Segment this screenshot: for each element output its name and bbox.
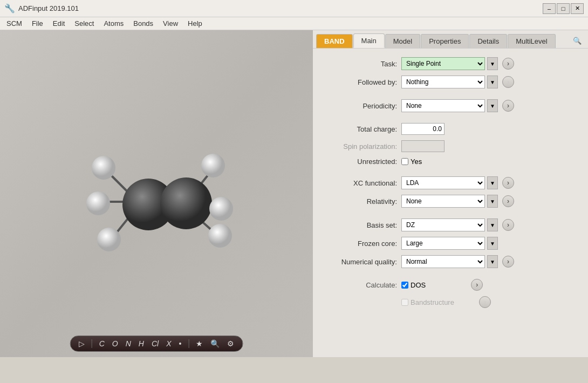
tab-multilevel[interactable]: MultiLevel <box>508 34 556 48</box>
tab-main[interactable]: Main <box>353 33 385 48</box>
search-button[interactable]: 🔍 <box>570 35 585 47</box>
menu-atoms[interactable]: Atoms <box>99 18 128 29</box>
spin-polarization-label: Spin polarization: <box>322 142 397 151</box>
task-label: Task: <box>322 60 397 68</box>
followed-by-control-group: Nothing Geometry Optimization ▼ › <box>401 76 579 88</box>
menu-edit[interactable]: Edit <box>49 18 69 29</box>
toolbar-cursor-icon[interactable]: ▷ <box>77 338 86 349</box>
minimize-button[interactable]: – <box>543 3 556 14</box>
relativity-row: Relativity: None Scalar Spin-Orbit ▼ › <box>322 195 579 208</box>
numerical-quality-dropdown-arrow[interactable]: ▼ <box>487 255 498 268</box>
spin-polarization-control-group <box>401 140 579 152</box>
xc-functional-nav-arrow[interactable]: › <box>502 177 514 189</box>
task-control-group: Single Point Geometry Optimization Frequ… <box>401 57 579 70</box>
toolbar-dot-icon[interactable]: • <box>177 338 183 349</box>
followed-by-row: Followed by: Nothing Geometry Optimizati… <box>322 76 579 88</box>
total-charge-control-group: 0.0 <box>401 123 579 135</box>
toolbar-n-icon[interactable]: N <box>124 338 133 349</box>
tab-details[interactable]: Details <box>469 34 507 48</box>
numerical-quality-control-group: Normal Good Excellent Basic ▼ › <box>401 255 579 268</box>
numerical-quality-select[interactable]: Normal Good Excellent Basic <box>401 255 485 268</box>
dos-checkbox[interactable] <box>401 282 408 289</box>
spin-polarization-input[interactable] <box>401 140 445 152</box>
app-icon: 🔧 <box>4 3 15 13</box>
total-charge-input[interactable]: 0.0 <box>401 123 445 135</box>
basis-set-select[interactable]: DZ DZP TZP TZ2P <box>401 218 485 231</box>
periodicity-dropdown-arrow[interactable]: ▼ <box>487 99 498 112</box>
task-select[interactable]: Single Point Geometry Optimization Frequ… <box>401 57 485 70</box>
numerical-quality-row: Numerical quality: Normal Good Excellent… <box>322 255 579 268</box>
relativity-nav-arrow[interactable]: › <box>502 195 514 207</box>
svg-point-14 <box>209 197 233 221</box>
menu-scm[interactable]: SCM <box>2 18 26 29</box>
periodicity-select[interactable]: None 1D 2D 3D <box>401 99 485 112</box>
periodicity-row: Periodicity: None 1D 2D 3D ▼ › <box>322 99 579 112</box>
relativity-dropdown-arrow[interactable]: ▼ <box>487 195 498 208</box>
tab-properties[interactable]: Properties <box>421 34 469 48</box>
bandstructure-nav-arrow[interactable]: › <box>479 296 491 308</box>
svg-point-10 <box>97 228 121 251</box>
toolbar-cl-icon[interactable]: Cl <box>150 338 160 349</box>
dos-control-group: DOS › <box>401 279 483 291</box>
titlebar-controls: – □ ✕ <box>543 3 584 14</box>
calculate-bandstructure-row: Bandstructure › <box>322 296 579 308</box>
menu-bonds[interactable]: Bonds <box>129 18 158 29</box>
close-button[interactable]: ✕ <box>571 3 584 14</box>
calculate-dos-row: Calculate: DOS › <box>322 279 579 291</box>
relativity-select[interactable]: None Scalar Spin-Orbit <box>401 195 485 208</box>
unrestricted-row: Unrestricted: Yes <box>322 158 579 166</box>
maximize-button[interactable]: □ <box>557 3 570 14</box>
toolbar-settings-icon[interactable]: ⚙ <box>225 338 236 349</box>
bandstructure-label: Bandstructure <box>411 298 454 306</box>
menu-file[interactable]: File <box>28 18 47 29</box>
xc-functional-label: XC functional: <box>322 179 397 187</box>
tab-bar: BAND Main Model Properties Details Multi… <box>313 30 588 49</box>
total-charge-label: Total charge: <box>322 125 397 133</box>
tab-band[interactable]: BAND <box>316 34 353 48</box>
basis-set-nav-arrow[interactable]: › <box>502 219 514 231</box>
basis-set-control-group: DZ DZP TZP TZ2P ▼ › <box>401 218 579 231</box>
periodicity-control-group: None 1D 2D 3D ▼ › <box>401 99 579 112</box>
frozen-core-label: Frozen core: <box>322 240 397 248</box>
right-panel: BAND Main Model Properties Details Multi… <box>313 30 588 357</box>
followed-by-select[interactable]: Nothing Geometry Optimization <box>401 76 485 88</box>
periodicity-nav-arrow[interactable]: › <box>502 100 514 112</box>
menubar: SCM File Edit Select Atoms Bonds View He… <box>0 17 588 30</box>
relativity-control-group: None Scalar Spin-Orbit ▼ › <box>401 195 579 208</box>
toolbar-x-icon[interactable]: X <box>165 338 173 349</box>
frozen-core-control-group: Large Small None ▼ <box>401 237 579 250</box>
task-nav-arrow[interactable]: › <box>502 58 514 70</box>
molecule-toolbar: ▷ C O N H Cl X • ★ 🔍 ⚙ <box>70 336 243 352</box>
xc-functional-dropdown-arrow[interactable]: ▼ <box>487 176 498 189</box>
calculate-label: Calculate: <box>322 281 397 289</box>
svg-point-9 <box>92 156 115 180</box>
numerical-quality-nav-arrow[interactable]: › <box>502 256 514 268</box>
dos-nav-arrow[interactable]: › <box>471 279 483 291</box>
menu-view[interactable]: View <box>159 18 182 29</box>
task-dropdown-arrow[interactable]: ▼ <box>487 57 498 70</box>
unrestricted-checkbox[interactable] <box>401 158 408 165</box>
svg-point-12 <box>201 154 225 177</box>
followed-by-dropdown-arrow[interactable]: ▼ <box>487 76 498 88</box>
followed-by-nav-arrow[interactable]: › <box>502 76 514 88</box>
periodicity-label: Periodicity: <box>322 102 397 110</box>
main-layout: ▷ C O N H Cl X • ★ 🔍 ⚙ BAND Main Model P… <box>0 30 588 357</box>
toolbar-c-icon[interactable]: C <box>98 338 106 349</box>
frozen-core-select[interactable]: Large Small None <box>401 237 485 250</box>
menu-select[interactable]: Select <box>70 18 98 29</box>
frozen-core-dropdown-arrow[interactable]: ▼ <box>487 237 498 250</box>
tab-model[interactable]: Model <box>385 34 420 48</box>
xc-functional-select[interactable]: LDA GGA Hybrid <box>401 176 485 189</box>
bandstructure-checkbox[interactable] <box>401 299 408 306</box>
svg-point-8 <box>160 177 212 229</box>
toolbar-star-icon[interactable]: ★ <box>194 338 204 349</box>
molecule-canvas <box>0 30 313 357</box>
task-row: Task: Single Point Geometry Optimization… <box>322 57 579 70</box>
basis-set-label: Basis set: <box>322 221 397 229</box>
toolbar-sep-1 <box>92 339 92 348</box>
basis-set-dropdown-arrow[interactable]: ▼ <box>487 218 498 231</box>
toolbar-h-icon[interactable]: H <box>137 338 146 349</box>
toolbar-search-icon[interactable]: 🔍 <box>209 338 221 349</box>
menu-help[interactable]: Help <box>183 18 207 29</box>
toolbar-o-icon[interactable]: O <box>111 338 120 349</box>
